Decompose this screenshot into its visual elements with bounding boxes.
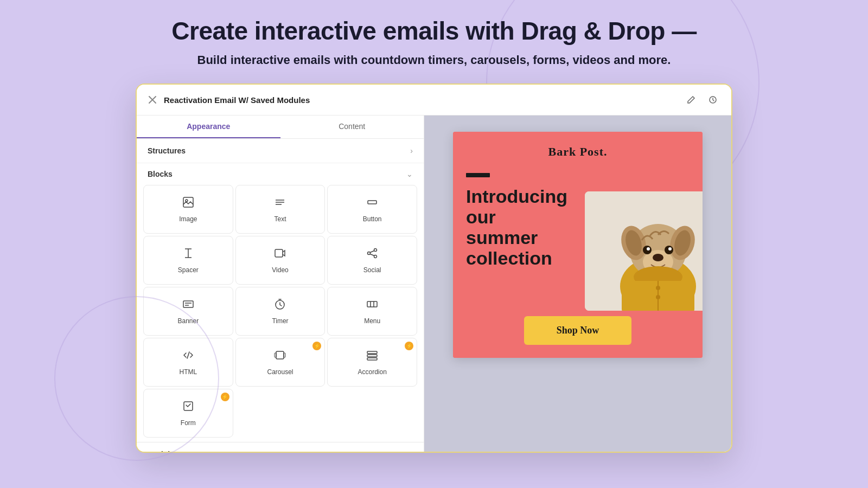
svg-rect-26 [284,353,285,357]
image-block-label: Image [179,215,197,223]
svg-point-48 [656,295,660,299]
svg-point-12 [368,252,371,254]
blocks-section: Blocks ⌄ [137,163,424,442]
modules-section-header[interactable]: Modules › [137,442,424,452]
structures-label: Structures [148,146,186,155]
block-banner[interactable]: Banner [143,287,233,336]
modules-label: Modules [148,450,178,452]
svg-rect-20 [367,301,377,307]
block-text[interactable]: Text [235,185,326,234]
text-block-icon [274,196,286,211]
carousel-block-icon [274,349,286,364]
timer-block-icon [274,298,286,313]
image-block-icon [182,196,194,211]
menu-block-label: Menu [364,317,380,325]
social-block-icon [366,247,378,262]
blocks-label: Blocks [148,170,173,178]
svg-point-42 [647,247,650,251]
edit-icon[interactable] [684,92,699,107]
block-form[interactable]: ⚡ Form [143,389,233,438]
block-social[interactable]: Social [327,236,417,285]
svg-rect-27 [367,351,377,354]
svg-rect-16 [183,301,193,307]
close-button[interactable] [148,95,157,105]
block-video[interactable]: Video [235,236,326,285]
block-html[interactable]: HTML [143,338,233,387]
text-block-label: Text [274,215,286,223]
brand-name: Bark Post. [548,145,608,158]
button-block-icon [366,196,378,211]
accordion-pro-badge: ⚡ [405,342,413,350]
svg-point-47 [656,286,660,290]
button-block-label: Button [363,215,382,223]
banner-block-label: Banner [177,317,199,325]
svg-rect-10 [275,249,283,257]
shop-now-button[interactable]: Shop Now [524,316,632,345]
banner-block-icon [182,298,194,313]
email-text-block: Introducing our summer collection [466,186,572,268]
accordion-block-label: Accordion [358,368,386,376]
block-carousel[interactable]: ⚡ Carousel [235,338,326,387]
svg-line-15 [371,254,374,255]
svg-point-43 [668,247,672,251]
accordion-block-icon [366,349,378,364]
html-block-label: HTML [179,368,197,376]
email-header: Bark Post. [453,132,703,168]
spacer-block-icon [182,247,194,262]
carousel-pro-badge: ⚡ [312,342,321,350]
block-menu[interactable]: Menu [327,287,417,336]
window-title: Reactivation Email W/ Saved Modules [164,95,677,105]
tab-content[interactable]: Content [280,115,424,138]
svg-rect-25 [275,353,276,357]
menu-block-icon [366,298,378,313]
blocks-collapse-icon[interactable]: ⌄ [406,170,413,178]
svg-rect-1 [183,197,193,207]
video-block-icon [274,247,286,262]
title-bar: Reactivation Email W/ Saved Modules [137,85,731,115]
block-spacer[interactable]: Spacer [143,236,233,285]
block-accordion[interactable]: ⚡ Accordion [327,338,417,387]
main-content: Appearance Content Structures › Blocks ⌄ [137,115,731,452]
dog-image-container [585,191,703,311]
accent-bar [466,173,490,177]
page-wrapper: Create interactive emails with Drag & Dr… [0,0,868,453]
headline-line2: our summer [466,207,567,248]
svg-line-23 [187,352,189,358]
block-timer[interactable]: Timer [235,287,326,336]
svg-point-39 [653,254,663,261]
history-icon[interactable] [705,92,720,107]
video-block-label: Video [272,266,288,274]
block-image[interactable]: Image [143,185,233,234]
html-block-icon [182,349,194,364]
svg-rect-29 [367,358,377,360]
block-button[interactable]: Button [327,185,417,234]
form-block-label: Form [181,419,196,427]
form-block-icon [182,400,194,415]
content-row: Introducing our summer collection [466,186,690,305]
blocks-grid: Image Text [137,185,424,442]
sub-title: Build interactive emails with countdown … [197,53,671,67]
main-title: Create interactive emails with Drag & Dr… [171,16,696,46]
svg-rect-28 [367,355,377,357]
app-window: Reactivation Email W/ Saved Modules Appe… [136,84,732,453]
tabs-bar: Appearance Content [137,115,424,139]
structures-section-header[interactable]: Structures › [137,139,424,163]
right-panel: Bark Post. Introducing our summer collec [424,115,731,452]
svg-rect-6 [368,201,376,204]
svg-point-11 [374,248,377,251]
blocks-header: Blocks ⌄ [137,163,424,185]
social-block-label: Social [363,266,381,274]
timer-block-label: Timer [272,317,288,325]
svg-line-14 [371,251,374,252]
carousel-block-label: Carousel [267,368,293,376]
headline-line3: collection [466,248,567,268]
tab-appearance[interactable]: Appearance [137,115,280,138]
email-preview: Bark Post. Introducing our summer collec [453,132,703,358]
svg-point-13 [374,255,377,258]
email-body: Introducing our summer collection [453,168,703,305]
structures-arrow-icon: › [410,146,413,155]
left-panel: Appearance Content Structures › Blocks ⌄ [137,115,424,452]
dog-illustration [585,191,703,311]
svg-rect-24 [276,351,284,359]
spacer-block-label: Spacer [178,266,199,274]
